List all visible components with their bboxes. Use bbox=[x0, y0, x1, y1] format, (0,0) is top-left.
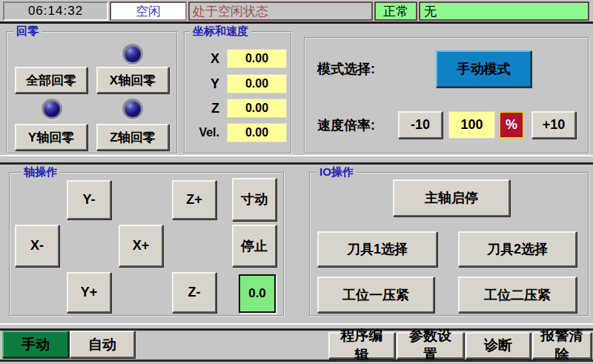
station2-clamp-button[interactable]: 工位二压紧 bbox=[458, 277, 577, 313]
jog-x-plus-button[interactable]: X+ bbox=[119, 225, 163, 267]
rate-minus-button[interactable]: -10 bbox=[398, 111, 443, 139]
coord-value-z: 0.00 bbox=[227, 99, 287, 118]
nav-program-edit-button[interactable]: 程序编辑 bbox=[328, 332, 395, 359]
manual-mode-button[interactable]: 手动模式 bbox=[436, 50, 531, 87]
state-message-display: 处于空闲状态 bbox=[188, 1, 373, 21]
coord-value-y: 0.00 bbox=[227, 74, 287, 93]
jog-y-minus-button[interactable]: Y- bbox=[67, 180, 111, 219]
nav-manual-button[interactable]: 手动 bbox=[2, 331, 69, 358]
rate-plus-button[interactable]: +10 bbox=[531, 111, 576, 139]
home-z-button[interactable]: Z轴回零 bbox=[96, 124, 169, 150]
percent-badge: % bbox=[499, 111, 524, 139]
bottom-strip bbox=[0, 360, 593, 364]
x-axis-home-led bbox=[122, 44, 143, 64]
rate-value-field: 100 bbox=[448, 111, 495, 139]
tool1-select-button[interactable]: 刀具1选择 bbox=[317, 231, 437, 267]
home-y-button[interactable]: Y轴回零 bbox=[15, 124, 87, 150]
jog-x-minus-button[interactable]: X- bbox=[15, 225, 59, 267]
alarm-text-display: 无 bbox=[419, 1, 589, 21]
jog-y-plus-button[interactable]: Y+ bbox=[67, 272, 111, 313]
coord-label-x: X bbox=[185, 49, 219, 68]
spindle-start-stop-button[interactable]: 主轴启停 bbox=[393, 179, 510, 216]
nav-param-set-button[interactable]: 参数设置 bbox=[397, 332, 464, 359]
coords-panel-title: 坐标和速度 bbox=[190, 25, 251, 37]
jog-mode-button[interactable]: 寸动 bbox=[232, 178, 276, 221]
homing-panel-title: 回零 bbox=[13, 25, 42, 37]
io-panel-title: IO操作 bbox=[317, 166, 357, 178]
nav-diagnosis-button[interactable]: 诊断 bbox=[466, 332, 531, 359]
speed-rate-label: 速度倍率: bbox=[317, 111, 375, 139]
machine-state-display: 空闲 bbox=[110, 1, 187, 21]
tool2-select-button[interactable]: 刀具2选择 bbox=[458, 231, 577, 267]
mode-select-label: 模式选择: bbox=[317, 50, 375, 87]
nav-auto-button[interactable]: 自动 bbox=[70, 331, 135, 358]
coord-label-y: Y bbox=[185, 74, 219, 93]
coord-label-z: Z bbox=[185, 99, 219, 118]
z-axis-home-led bbox=[122, 99, 143, 119]
nav-alarm-clear-button[interactable]: 报警清除 bbox=[532, 332, 592, 359]
jog-z-plus-button[interactable]: Z+ bbox=[172, 180, 216, 219]
home-all-button[interactable]: 全部回零 bbox=[15, 67, 87, 93]
coord-value-vel: 0.00 bbox=[227, 123, 287, 142]
jog-z-minus-button[interactable]: Z- bbox=[172, 272, 216, 313]
bottom-divider bbox=[0, 323, 593, 331]
coord-label-vel: Vel. bbox=[185, 123, 219, 142]
station1-clamp-button[interactable]: 工位一压紧 bbox=[317, 277, 434, 313]
axis-panel-title: 轴操作 bbox=[21, 166, 60, 178]
top-divider bbox=[0, 21, 593, 24]
jog-step-value-display: 0.0 bbox=[239, 274, 276, 313]
coord-value-x: 0.00 bbox=[227, 49, 287, 68]
y-axis-home-led bbox=[42, 99, 62, 119]
alarm-status-display: 正常 bbox=[374, 1, 417, 21]
stop-button[interactable]: 停止 bbox=[232, 225, 276, 267]
home-x-button[interactable]: X轴回零 bbox=[96, 67, 169, 93]
middle-divider bbox=[0, 155, 593, 165]
clock-display: 06:14:32 bbox=[3, 1, 108, 21]
hmi-screen: 06:14:32 空闲 处于空闲状态 正常 无 回零 全部回零 X轴回零 Y轴回… bbox=[0, 0, 593, 364]
